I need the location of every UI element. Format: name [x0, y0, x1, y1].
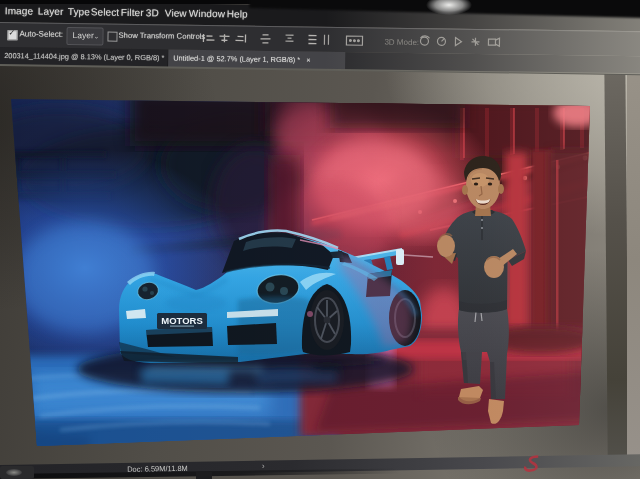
svg-text:3D Mode:: 3D Mode:	[384, 38, 419, 47]
